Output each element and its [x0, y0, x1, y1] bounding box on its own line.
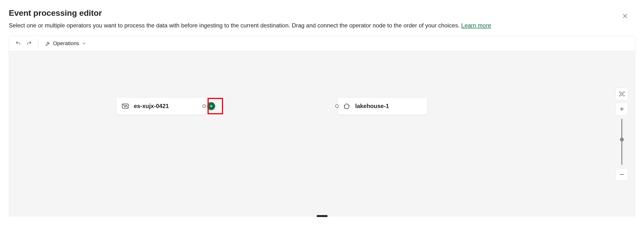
- dialog-header: Event processing editor Select one or mu…: [0, 0, 644, 29]
- input-port-handle[interactable]: [335, 104, 339, 108]
- svg-rect-6: [621, 93, 623, 95]
- zoom-in-button[interactable]: [616, 103, 628, 115]
- redo-icon: [26, 41, 32, 46]
- plus-icon: [209, 104, 213, 108]
- minus-icon: [619, 172, 625, 177]
- svg-point-3: [123, 105, 124, 105]
- wrench-icon: [45, 41, 50, 46]
- eventstream-icon: [122, 103, 129, 110]
- close-button[interactable]: [620, 11, 630, 21]
- node-source-label: es-xujx-0421: [134, 103, 169, 110]
- toolbar: Operations: [9, 36, 635, 51]
- operations-dropdown[interactable]: Operations: [43, 39, 88, 48]
- zoom-slider[interactable]: [621, 119, 622, 165]
- node-destination[interactable]: lakehouse-1: [338, 97, 428, 115]
- toolbar-separator: [38, 39, 38, 48]
- zoom-out-button[interactable]: [616, 168, 628, 181]
- toolbar-container: Operations es-xujx-0421: [0, 36, 644, 216]
- page-subtitle: Select one or multiple operators you wan…: [9, 22, 491, 29]
- zoom-panel: [616, 88, 628, 181]
- canvas-resize-handle[interactable]: [317, 215, 328, 217]
- node-source-output-port: [202, 102, 215, 110]
- zoom-slider-thumb[interactable]: [620, 138, 624, 141]
- output-port-handle[interactable]: [202, 104, 206, 108]
- lakehouse-icon: [343, 103, 350, 110]
- undo-icon: [15, 41, 21, 46]
- flow-canvas[interactable]: es-xujx-0421 lakehouse-1: [9, 51, 635, 216]
- dialog-header-text: Event processing editor Select one or mu…: [9, 8, 491, 29]
- node-source[interactable]: es-xujx-0421: [116, 97, 206, 115]
- page-title: Event processing editor: [9, 8, 491, 18]
- operations-label: Operations: [53, 40, 79, 47]
- subtitle-text: Select one or multiple operators you wan…: [9, 22, 461, 29]
- node-destination-label: lakehouse-1: [355, 103, 389, 110]
- fit-to-screen-button[interactable]: [616, 88, 628, 100]
- redo-button[interactable]: [24, 39, 34, 48]
- plus-icon: [619, 106, 625, 112]
- close-icon: [622, 13, 628, 19]
- chevron-down-icon: [82, 41, 86, 46]
- undo-button[interactable]: [14, 39, 23, 48]
- learn-more-link[interactable]: Learn more: [461, 22, 491, 29]
- fit-screen-icon: [619, 91, 625, 97]
- svg-rect-2: [122, 104, 128, 108]
- add-operator-button[interactable]: [207, 102, 215, 110]
